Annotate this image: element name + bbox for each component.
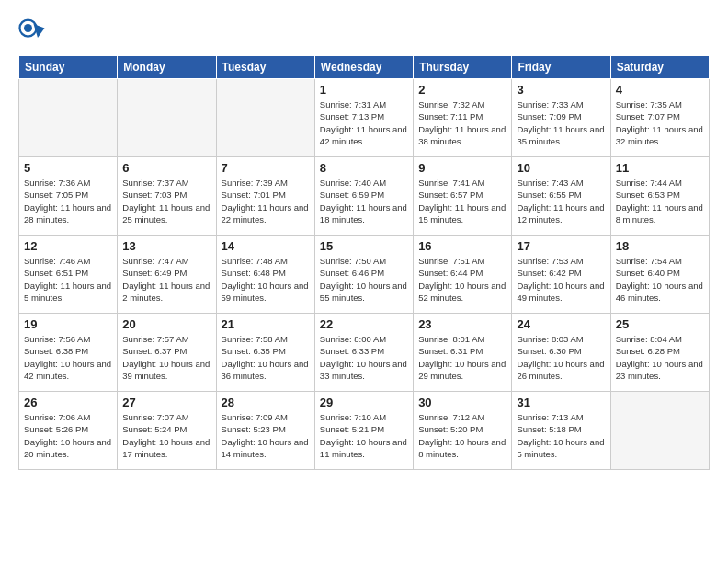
day-cell: 6 Sunrise: 7:37 AM Sunset: 7:03 PM Dayli… — [118, 157, 216, 236]
day-info: Sunrise: 8:04 AM Sunset: 6:28 PM Dayligh… — [616, 333, 704, 382]
day-info: Sunrise: 7:33 AM Sunset: 7:09 PM Dayligh… — [517, 98, 605, 147]
day-number: 22 — [320, 317, 408, 331]
day-number: 31 — [517, 396, 605, 409]
day-number: 16 — [418, 239, 506, 253]
day-number: 25 — [616, 317, 704, 331]
day-number: 29 — [320, 396, 408, 409]
calendar-body: 1 Sunrise: 7:31 AM Sunset: 7:13 PM Dayli… — [19, 79, 710, 470]
day-number: 23 — [418, 317, 506, 331]
day-number: 10 — [517, 161, 605, 175]
day-cell: 20 Sunrise: 7:57 AM Sunset: 6:37 PM Dayl… — [118, 314, 216, 392]
day-cell: 21 Sunrise: 7:58 AM Sunset: 6:35 PM Dayl… — [216, 314, 314, 392]
day-info: Sunrise: 7:13 AM Sunset: 5:18 PM Dayligh… — [517, 411, 605, 460]
day-cell: 27 Sunrise: 7:07 AM Sunset: 5:24 PM Dayl… — [118, 392, 216, 470]
day-cell — [610, 392, 709, 470]
day-cell: 22 Sunrise: 8:00 AM Sunset: 6:33 PM Dayl… — [314, 314, 413, 392]
header-monday: Monday — [118, 56, 216, 79]
day-info: Sunrise: 7:57 AM Sunset: 6:37 PM Dayligh… — [122, 333, 210, 382]
svg-point-1 — [24, 24, 32, 32]
day-info: Sunrise: 8:03 AM Sunset: 6:30 PM Dayligh… — [517, 333, 605, 382]
day-info: Sunrise: 7:32 AM Sunset: 7:11 PM Dayligh… — [418, 98, 506, 147]
day-number: 14 — [222, 239, 310, 253]
week-row-3: 12 Sunrise: 7:46 AM Sunset: 6:51 PM Dayl… — [19, 236, 710, 314]
day-cell: 2 Sunrise: 7:32 AM Sunset: 7:11 PM Dayli… — [414, 79, 512, 157]
day-info: Sunrise: 7:54 AM Sunset: 6:40 PM Dayligh… — [616, 255, 704, 304]
day-number: 26 — [24, 396, 112, 409]
day-cell: 12 Sunrise: 7:46 AM Sunset: 6:51 PM Dayl… — [19, 236, 118, 314]
day-cell: 26 Sunrise: 7:06 AM Sunset: 5:26 PM Dayl… — [19, 392, 118, 470]
week-row-4: 19 Sunrise: 7:56 AM Sunset: 6:38 PM Dayl… — [19, 314, 710, 392]
day-cell: 29 Sunrise: 7:10 AM Sunset: 5:21 PM Dayl… — [314, 392, 413, 470]
day-number: 13 — [122, 239, 210, 253]
day-info: Sunrise: 7:47 AM Sunset: 6:49 PM Dayligh… — [122, 255, 210, 304]
logo-icon — [18, 18, 46, 46]
day-info: Sunrise: 7:48 AM Sunset: 6:48 PM Dayligh… — [222, 255, 310, 304]
day-cell — [19, 79, 118, 157]
day-number: 30 — [418, 396, 506, 409]
day-cell: 25 Sunrise: 8:04 AM Sunset: 6:28 PM Dayl… — [610, 314, 709, 392]
day-cell: 7 Sunrise: 7:39 AM Sunset: 7:01 PM Dayli… — [216, 157, 314, 236]
day-info: Sunrise: 7:31 AM Sunset: 7:13 PM Dayligh… — [320, 98, 408, 147]
day-number: 12 — [24, 239, 112, 253]
day-number: 4 — [616, 83, 704, 97]
header-sunday: Sunday — [19, 56, 118, 79]
day-number: 17 — [517, 239, 605, 253]
day-cell: 11 Sunrise: 7:44 AM Sunset: 6:53 PM Dayl… — [610, 157, 709, 236]
day-info: Sunrise: 7:56 AM Sunset: 6:38 PM Dayligh… — [24, 333, 112, 382]
day-cell: 3 Sunrise: 7:33 AM Sunset: 7:09 PM Dayli… — [512, 79, 610, 157]
day-number: 11 — [616, 161, 704, 175]
day-cell: 5 Sunrise: 7:36 AM Sunset: 7:05 PM Dayli… — [19, 157, 118, 236]
day-cell: 1 Sunrise: 7:31 AM Sunset: 7:13 PM Dayli… — [314, 79, 413, 157]
day-info: Sunrise: 7:46 AM Sunset: 6:51 PM Dayligh… — [24, 255, 112, 304]
day-number: 6 — [122, 161, 210, 175]
day-info: Sunrise: 7:37 AM Sunset: 7:03 PM Dayligh… — [122, 177, 210, 225]
day-number: 9 — [418, 161, 506, 175]
day-info: Sunrise: 7:58 AM Sunset: 6:35 PM Dayligh… — [222, 333, 310, 382]
day-cell: 10 Sunrise: 7:43 AM Sunset: 6:55 PM Dayl… — [512, 157, 610, 236]
day-info: Sunrise: 7:12 AM Sunset: 5:20 PM Dayligh… — [418, 411, 506, 460]
day-cell: 16 Sunrise: 7:51 AM Sunset: 6:44 PM Dayl… — [414, 236, 512, 314]
day-number: 8 — [320, 161, 408, 175]
day-number: 24 — [517, 317, 605, 331]
day-info: Sunrise: 7:51 AM Sunset: 6:44 PM Dayligh… — [418, 255, 506, 304]
calendar-table: SundayMondayTuesdayWednesdayThursdayFrid… — [18, 55, 710, 470]
day-cell: 24 Sunrise: 8:03 AM Sunset: 6:30 PM Dayl… — [512, 314, 610, 392]
day-number: 5 — [24, 161, 112, 175]
day-info: Sunrise: 8:00 AM Sunset: 6:33 PM Dayligh… — [320, 333, 408, 382]
day-cell: 13 Sunrise: 7:47 AM Sunset: 6:49 PM Dayl… — [118, 236, 216, 314]
day-cell: 17 Sunrise: 7:53 AM Sunset: 6:42 PM Dayl… — [512, 236, 610, 314]
day-info: Sunrise: 7:50 AM Sunset: 6:46 PM Dayligh… — [320, 255, 408, 304]
day-cell: 19 Sunrise: 7:56 AM Sunset: 6:38 PM Dayl… — [19, 314, 118, 392]
day-info: Sunrise: 7:41 AM Sunset: 6:57 PM Dayligh… — [418, 177, 506, 225]
header-wednesday: Wednesday — [314, 56, 413, 79]
day-cell — [118, 79, 216, 157]
day-number: 18 — [616, 239, 704, 253]
day-cell: 8 Sunrise: 7:40 AM Sunset: 6:59 PM Dayli… — [314, 157, 413, 236]
day-cell: 14 Sunrise: 7:48 AM Sunset: 6:48 PM Dayl… — [216, 236, 314, 314]
day-number: 15 — [320, 239, 408, 253]
day-cell — [216, 79, 314, 157]
day-info: Sunrise: 7:39 AM Sunset: 7:01 PM Dayligh… — [222, 177, 310, 225]
day-number: 21 — [222, 317, 310, 331]
calendar-header: SundayMondayTuesdayWednesdayThursdayFrid… — [19, 56, 710, 79]
header-friday: Friday — [512, 56, 610, 79]
day-number: 19 — [24, 317, 112, 331]
week-row-5: 26 Sunrise: 7:06 AM Sunset: 5:26 PM Dayl… — [19, 392, 710, 470]
day-info: Sunrise: 7:10 AM Sunset: 5:21 PM Dayligh… — [320, 411, 408, 460]
header-row: SundayMondayTuesdayWednesdayThursdayFrid… — [19, 56, 710, 79]
day-info: Sunrise: 7:09 AM Sunset: 5:23 PM Dayligh… — [222, 411, 310, 460]
day-cell: 30 Sunrise: 7:12 AM Sunset: 5:20 PM Dayl… — [414, 392, 512, 470]
week-row-2: 5 Sunrise: 7:36 AM Sunset: 7:05 PM Dayli… — [19, 157, 710, 236]
day-info: Sunrise: 7:44 AM Sunset: 6:53 PM Dayligh… — [616, 177, 704, 225]
day-number: 27 — [122, 396, 210, 409]
day-info: Sunrise: 7:36 AM Sunset: 7:05 PM Dayligh… — [24, 177, 112, 225]
day-number: 7 — [222, 161, 310, 175]
header-thursday: Thursday — [414, 56, 512, 79]
logo — [18, 18, 48, 46]
header-saturday: Saturday — [610, 56, 709, 79]
day-cell: 31 Sunrise: 7:13 AM Sunset: 5:18 PM Dayl… — [512, 392, 610, 470]
day-info: Sunrise: 7:07 AM Sunset: 5:24 PM Dayligh… — [122, 411, 210, 460]
day-info: Sunrise: 7:06 AM Sunset: 5:26 PM Dayligh… — [24, 411, 112, 460]
day-cell: 9 Sunrise: 7:41 AM Sunset: 6:57 PM Dayli… — [414, 157, 512, 236]
day-cell: 4 Sunrise: 7:35 AM Sunset: 7:07 PM Dayli… — [610, 79, 709, 157]
